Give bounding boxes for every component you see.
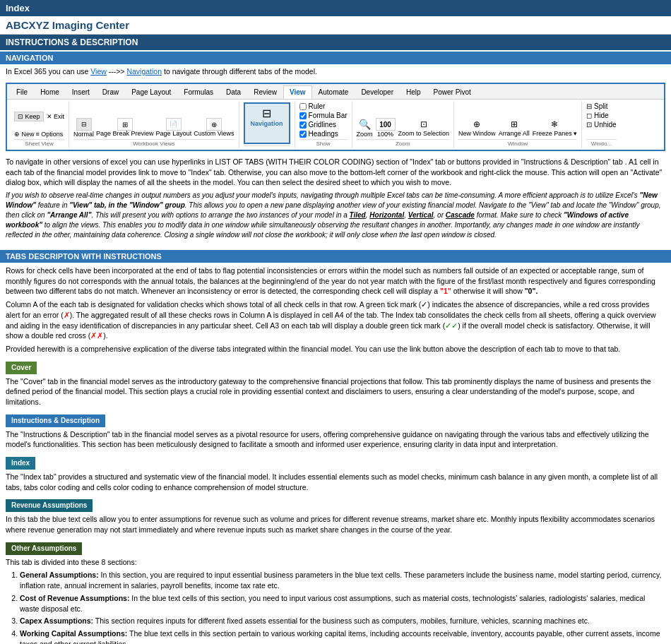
assumption-item-4: Working Capital Assumptions: The blue te… — [20, 628, 665, 644]
assumption-item-2: Cost of Revenue Assumptions: In the blue… — [20, 593, 665, 614]
nav-header: NAVIGATION — [0, 52, 671, 64]
split-hide-items: ⊟ Split ◻ Hide ⊡ Unhide — [586, 102, 616, 138]
other-assumptions-list: General Assumptions: In this section, yo… — [20, 570, 665, 644]
zoom-label: Zoom — [357, 139, 450, 147]
instructions-header: INSTRUCTIONS & DESCRIPTION — [0, 35, 671, 50]
navigation-btn[interactable]: ⊟ Navigation — [244, 102, 290, 144]
other-assumptions-intro: This tab is divided into these 8 section… — [6, 557, 665, 568]
other-assumptions-tab-label[interactable]: Other Assumptions — [6, 542, 82, 555]
window-group: ⊕ New Window ⊞ Arrange All ❄ Freeze Pane… — [454, 101, 582, 148]
nav-intro-text: In Excel 365 you can use View --->> Navi… — [0, 64, 671, 80]
index-tab-label: Index — [0, 0, 671, 16]
split-btn[interactable]: ⊟ Split — [586, 102, 616, 110]
tabs-section-header: TABS DESCRIPTON WITH INSTRUCTIONS — [0, 250, 671, 263]
options-btn[interactable]: ≡ Options — [36, 131, 64, 138]
tab-help[interactable]: Help — [400, 85, 427, 99]
cover-tab-text: The "Cover" tab in the financial model s… — [6, 376, 665, 407]
window-label: Window — [458, 139, 577, 147]
navigation-group: ⊟ Navigation — [239, 101, 295, 148]
arrange-all-btn[interactable]: ⊞ Arrange All — [499, 118, 530, 138]
revenue-tab-text: In this tab the blue text cells allow yo… — [6, 514, 665, 535]
normal-btn[interactable]: ⊟ Normal — [73, 118, 94, 138]
custom-views-btn[interactable]: ⊕ Custom Views — [194, 118, 234, 138]
windo-label: Windo... — [586, 139, 616, 147]
index-tab-text: The "Index tab" provides a structured an… — [6, 472, 665, 492]
zoom-group: 🔍 Zoom 100 100% ⊡ Zoom to Selection Zoom — [352, 101, 455, 148]
company-title: ABCXYZ Imaging Center — [6, 19, 129, 31]
show-group: Ruler Formula Bar Gridlines Headings Sho… — [295, 101, 352, 148]
new-window-btn[interactable]: ⊕ New Window — [458, 118, 496, 138]
zoom-btns: 🔍 Zoom 100 100% ⊡ Zoom to Selection — [357, 102, 450, 138]
tab-label: Index — [6, 3, 30, 13]
view-link[interactable]: View — [90, 67, 107, 76]
ruler-check[interactable]: Ruler — [299, 102, 348, 110]
tab-review[interactable]: Review — [247, 85, 283, 99]
exit-btn[interactable]: ✕ Exit — [47, 113, 65, 120]
tab-file[interactable]: File — [10, 85, 34, 99]
nav-body-text: To navigate in other versions of excel y… — [6, 157, 665, 188]
unhide-btn[interactable]: ⊡ Unhide — [586, 121, 616, 129]
split-hide-group: ⊟ Split ◻ Hide ⊡ Unhide Windo... — [582, 101, 620, 148]
tab-draw[interactable]: Draw — [96, 85, 125, 99]
instructions-tab-label[interactable]: Instructions & Description — [6, 415, 105, 427]
tab-formulas[interactable]: Formulas — [177, 85, 220, 99]
show-checkboxes: Ruler Formula Bar Gridlines Headings — [299, 102, 348, 138]
sheet-view-row2: ⊕ New ≡ Options — [14, 131, 64, 138]
page-layout-btn[interactable]: 📄 Page Layout — [156, 118, 192, 138]
keep-btn[interactable]: ⊡ Keep — [14, 112, 44, 121]
navigation-link[interactable]: Navigation — [126, 67, 162, 76]
tab-home[interactable]: Home — [34, 85, 66, 99]
sheet-view-controls: ⊡ Keep ✕ Exit — [14, 102, 64, 131]
navigation-group-label — [244, 145, 290, 147]
tab-automate[interactable]: Automate — [312, 85, 355, 99]
show-label: Show — [299, 139, 348, 147]
index-tab-section-label[interactable]: Index — [6, 457, 35, 470]
workbook-views-group: ⊟ Normal ⊞ Page Break Preview 📄 Page Lay… — [69, 101, 239, 148]
instructions-tab-text: The "Instructions & Description" tab in … — [6, 429, 665, 450]
headings-check[interactable]: Headings — [299, 130, 348, 138]
sheet-view-group: ⊡ Keep ✕ Exit ⊕ New ≡ Options Sheet View — [10, 101, 69, 148]
tab-power-pivot[interactable]: Power Pivot — [427, 85, 477, 99]
tab-page-layout[interactable]: Page Layout — [125, 85, 177, 99]
window-btns: ⊕ New Window ⊞ Arrange All ❄ Freeze Pane… — [458, 102, 577, 138]
nav-body-paragraph: To navigate in other versions of excel y… — [0, 154, 671, 246]
sheet-view-label: Sheet View — [14, 139, 64, 147]
link-text: Provided herewith is a comprehensive exp… — [6, 344, 665, 354]
gridlines-check[interactable]: Gridlines — [299, 121, 348, 129]
zoom-100-btn[interactable]: 100 100% — [376, 118, 396, 138]
tab-view[interactable]: View — [283, 85, 312, 99]
page-break-btn[interactable]: ⊞ Page Break Preview — [96, 118, 154, 138]
cover-tab-label[interactable]: Cover — [6, 362, 37, 374]
hide-btn[interactable]: ◻ Hide — [586, 112, 616, 119]
tab-developer[interactable]: Developer — [355, 85, 400, 99]
ribbon-tab-bar: File Home Insert Draw Page Layout Formul… — [7, 84, 664, 100]
assumption-item-1: General Assumptions: In this section, yo… — [20, 570, 665, 590]
col-a-text: Column A of the each tab is designated f… — [6, 299, 665, 341]
workbook-views-label: Workbook Views — [73, 139, 234, 147]
tab-insert[interactable]: Insert — [66, 85, 96, 99]
nav-italic-paragraph: If you wish to observe real-time changes… — [6, 191, 665, 240]
tab-data[interactable]: Data — [220, 85, 247, 99]
tabs-section-content: Rows for check cells have been incorpora… — [0, 263, 671, 644]
zoom-btn[interactable]: 🔍 Zoom — [357, 118, 373, 138]
page-title: ABCXYZ Imaging Center — [0, 16, 671, 35]
freeze-panes-btn[interactable]: ❄ Freeze Panes ▾ — [533, 118, 578, 138]
excel-ribbon: File Home Insert Draw Page Layout Formul… — [6, 83, 665, 151]
tabs-intro: Rows for check cells have been incorpora… — [6, 266, 665, 297]
revenue-tab-label[interactable]: Revenue Assumptions — [6, 499, 93, 512]
assumption-item-3: Capex Assumptions: This section requires… — [20, 616, 665, 626]
formula-bar-check[interactable]: Formula Bar — [299, 112, 348, 119]
zoom-selection-btn[interactable]: ⊡ Zoom to Selection — [398, 118, 450, 138]
new-btn[interactable]: ⊕ New — [14, 131, 35, 138]
workbook-view-btns: ⊟ Normal ⊞ Page Break Preview 📄 Page Lay… — [73, 102, 234, 138]
